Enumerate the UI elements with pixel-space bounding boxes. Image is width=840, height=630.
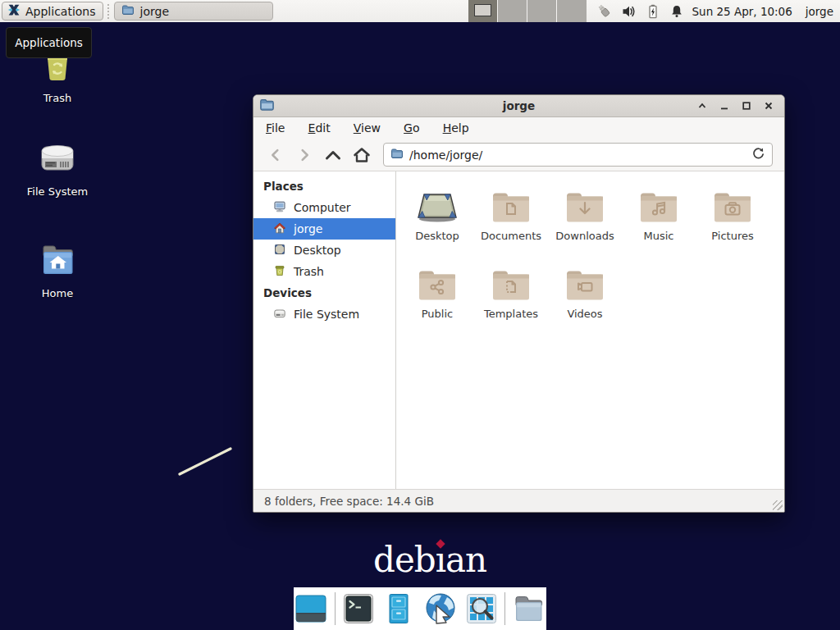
file-item-documents[interactable]: Documents xyxy=(474,180,548,258)
file-view[interactable]: Desktop Documents xyxy=(396,171,784,489)
sidebar-item-file-system[interactable]: File System xyxy=(253,304,395,325)
show-desktop-icon xyxy=(294,592,327,625)
dock-separator xyxy=(335,592,336,625)
folder-documents-icon xyxy=(491,183,531,224)
file-label: Music xyxy=(644,230,674,242)
desktop-scribble-line xyxy=(172,443,241,482)
close-button[interactable] xyxy=(763,100,774,112)
show-desktop-button[interactable] xyxy=(294,591,329,627)
top-panel: Applications jorge xyxy=(0,0,840,22)
file-label: Pictures xyxy=(711,230,753,242)
sidebar-header-devices: Devices xyxy=(253,282,395,304)
volume-icon[interactable] xyxy=(622,4,637,19)
folder-videos-icon xyxy=(565,261,605,302)
file-item-videos[interactable]: Videos xyxy=(548,258,622,336)
applications-tooltip: Applications xyxy=(6,27,92,58)
sidebar-item-trash[interactable]: Trash xyxy=(253,261,395,282)
terminal-icon xyxy=(342,592,375,625)
window-content: Places Computer xyxy=(253,171,784,489)
applications-menu-button[interactable]: Applications xyxy=(2,2,103,21)
sidebar: Places Computer xyxy=(253,171,396,489)
file-item-desktop[interactable]: Desktop xyxy=(400,180,474,258)
dock-separator xyxy=(504,592,505,625)
sidebar-item-label: File System xyxy=(294,308,359,321)
file-cabinet-icon xyxy=(382,592,415,625)
workspace-2[interactable] xyxy=(498,0,527,22)
location-path[interactable]: /home/jorge/ xyxy=(409,148,746,162)
minimize-button[interactable] xyxy=(719,100,730,112)
file-manager-launcher[interactable] xyxy=(381,591,417,627)
folder-music-icon xyxy=(639,183,678,224)
statusbar-text: 8 folders, Free space: 14.4 GiB xyxy=(264,495,434,508)
file-label: Public xyxy=(422,308,453,320)
folder-shortcut[interactable] xyxy=(511,591,546,627)
menu-help[interactable]: Help xyxy=(443,117,469,139)
folder-public-icon xyxy=(418,261,457,302)
menu-view[interactable]: View xyxy=(354,117,381,139)
folder-icon xyxy=(390,147,404,163)
menu-edit[interactable]: Edit xyxy=(308,117,331,139)
file-label: Documents xyxy=(481,230,541,242)
menu-go[interactable]: Go xyxy=(404,117,419,139)
file-item-music[interactable]: Music xyxy=(622,180,696,258)
tooltip-text: Applications xyxy=(15,36,82,49)
folder-pictures-icon xyxy=(713,183,752,224)
home-button[interactable] xyxy=(351,144,372,166)
forward-button[interactable] xyxy=(294,144,315,166)
file-item-templates[interactable]: Templates xyxy=(474,258,548,336)
workspace-1[interactable] xyxy=(468,0,498,22)
file-item-pictures[interactable]: Pictures xyxy=(696,180,769,258)
menu-file[interactable]: File xyxy=(266,117,285,139)
desktop-icon-label: File System xyxy=(27,185,88,198)
web-browser-launcher[interactable] xyxy=(422,591,459,627)
maximize-button[interactable] xyxy=(741,100,752,112)
sidebar-item-jorge[interactable]: jorge xyxy=(253,218,395,240)
shade-button[interactable] xyxy=(696,100,708,112)
desktop-icon-label: Trash xyxy=(43,92,71,104)
app-finder-launcher[interactable] xyxy=(464,591,500,627)
statusbar: 8 folders, Free space: 14.4 GiB xyxy=(253,489,784,512)
web-browser-icon xyxy=(422,591,459,627)
titlebar[interactable]: jorge xyxy=(253,95,784,117)
taskbar-window-button[interactable]: jorge xyxy=(114,2,273,21)
computer-icon xyxy=(273,200,286,216)
desktop-icon-label: Home xyxy=(42,287,73,299)
desktop-icon-file-system[interactable]: File System xyxy=(18,139,97,198)
clock[interactable]: Sun 25 Apr, 10:06 xyxy=(692,5,792,18)
reload-icon[interactable] xyxy=(751,146,765,163)
notifications-bell-icon[interactable] xyxy=(669,4,684,19)
sidebar-item-computer[interactable]: Computer xyxy=(253,197,395,218)
plug-device-icon[interactable] xyxy=(596,3,613,20)
workspace-switcher xyxy=(468,0,587,22)
file-item-public[interactable]: Public xyxy=(400,258,474,336)
home-folder-icon xyxy=(38,243,77,282)
workspace-4[interactable] xyxy=(557,0,587,22)
dock-panel xyxy=(294,587,546,630)
applications-menu-label: Applications xyxy=(25,5,96,18)
workspace-3[interactable] xyxy=(527,0,557,22)
location-bar[interactable]: /home/jorge/ xyxy=(383,143,773,167)
battery-charging-icon[interactable] xyxy=(646,4,660,19)
trash-icon xyxy=(273,264,286,280)
back-button[interactable] xyxy=(265,144,286,166)
taskbar-window-label: jorge xyxy=(140,5,169,18)
desktop-special-icon xyxy=(416,183,459,224)
file-label: Downloads xyxy=(555,230,614,242)
desktop-icon-home[interactable]: Home xyxy=(18,243,97,299)
desktop-icon xyxy=(273,243,286,258)
xfce-applications-icon xyxy=(7,2,21,20)
file-manager-window: jorge File Edit View Go Help xyxy=(253,94,785,513)
resize-grip[interactable] xyxy=(773,500,783,510)
folder-downloads-icon xyxy=(565,183,605,224)
sidebar-item-label: Desktop xyxy=(294,244,341,257)
file-label: Desktop xyxy=(415,230,459,242)
folder-templates-icon xyxy=(491,261,531,302)
terminal-launcher[interactable] xyxy=(341,591,377,627)
panel-handle[interactable] xyxy=(106,4,112,19)
home-icon xyxy=(273,221,286,237)
panel-username: jorge xyxy=(806,5,833,18)
file-item-downloads[interactable]: Downloads xyxy=(548,180,622,258)
up-button[interactable] xyxy=(322,144,344,166)
sidebar-item-desktop[interactable]: Desktop xyxy=(253,240,395,261)
toolbar: /home/jorge/ xyxy=(253,139,784,171)
